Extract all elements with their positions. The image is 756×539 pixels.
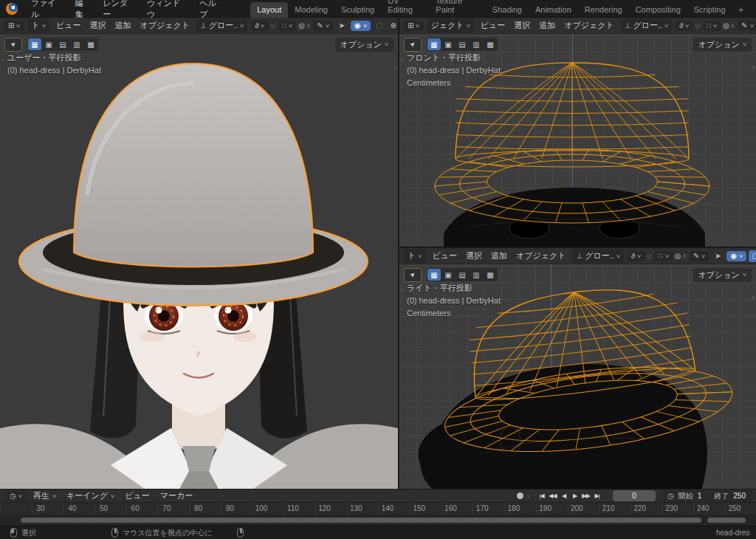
- viewport-menu-0[interactable]: ビュー: [427, 249, 461, 263]
- toolbar-expand-icon[interactable]: ›: [1, 56, 4, 63]
- annotate-dropdown[interactable]: ✎ ∨: [313, 21, 333, 31]
- toolbar-expand-icon[interactable]: ›: [401, 56, 403, 63]
- tab-8[interactable]: Compositing: [629, 2, 687, 18]
- options-dropdown[interactable]: オプション ∨: [335, 38, 394, 52]
- mode-dropdown[interactable]: ト ∨: [28, 18, 49, 32]
- viewport-user[interactable]: ⊞ ∨ ト ∨ ビュー選択追加オブジェクト ⊥ グロー.. ∨ ∂ ∨ ∪ ∷ …: [0, 18, 398, 489]
- proportional-edit-icon[interactable]: ◎: [675, 250, 681, 262]
- viewport-menu-3[interactable]: オブジェクト: [560, 18, 619, 32]
- start-frame-field[interactable]: ◷ 開始 1: [662, 490, 707, 503]
- editor-type-button[interactable]: ⊞ ∨: [4, 21, 24, 31]
- proportional-edit-icon[interactable]: ◎: [723, 20, 729, 32]
- blender-logo-icon[interactable]: [6, 3, 18, 15]
- xray-icon[interactable]: ▢: [373, 20, 386, 32]
- tab-0[interactable]: Layout: [250, 2, 288, 18]
- magnet-icon[interactable]: ∪: [647, 250, 652, 262]
- magnet-icon[interactable]: ∪: [271, 20, 276, 32]
- tab-9[interactable]: Scripting: [687, 2, 732, 18]
- transport-button-3[interactable]: ▶: [569, 492, 580, 499]
- select-mode-2[interactable]: ▤: [456, 269, 469, 281]
- current-frame-field[interactable]: 0: [613, 490, 656, 501]
- falloff-icon[interactable]: ∧: [682, 250, 687, 262]
- tab-1[interactable]: Modeling: [288, 2, 334, 18]
- menu-view[interactable]: ビュー: [120, 489, 154, 503]
- sidebar-expand-icon[interactable]: ‹: [394, 63, 396, 71]
- timeline-scrollbar[interactable]: [21, 518, 701, 523]
- timeline-ruler[interactable]: 3040506070809010011012013014015016017018…: [0, 502, 756, 515]
- transform-orientation-dropdown[interactable]: ⊥ グロー.. ∨: [621, 18, 672, 32]
- snap-link-dropdown[interactable]: ∂ ∨: [628, 251, 645, 261]
- gizmo-icon[interactable]: ➤: [711, 250, 724, 262]
- sidebar-expand-icon[interactable]: ‹: [752, 294, 755, 301]
- viewport-menu-1[interactable]: 選択: [461, 249, 487, 263]
- tab-7[interactable]: Rendering: [578, 2, 629, 18]
- shading-wireframe-icon[interactable]: ⊕: [387, 20, 398, 32]
- annotate-dropdown[interactable]: ✎ ∨: [738, 21, 756, 31]
- active-tool-button[interactable]: ➤: [4, 38, 22, 52]
- viewport-right[interactable]: ト ∨ ビュー選択追加オブジェクト ⊥ グロー.. ∨ ∂ ∨ ∪ ∷ ∨ ◎: [399, 248, 756, 489]
- overlays-dropdown[interactable]: ◉ ∨: [726, 251, 746, 261]
- gizmo-icon[interactable]: ➤: [335, 20, 348, 32]
- select-mode-3[interactable]: ▥: [470, 38, 483, 50]
- annotate-dropdown[interactable]: ✎ ∨: [690, 251, 709, 261]
- snap-target-dropdown[interactable]: ∷ ∨: [703, 21, 721, 31]
- editor-type-button[interactable]: ⊞ ∨: [404, 21, 424, 31]
- transport-button-1[interactable]: ◀◀: [547, 492, 558, 499]
- tab-4[interactable]: Texture Paint: [429, 0, 485, 18]
- select-mode-3[interactable]: ▥: [70, 38, 83, 50]
- select-mode-0[interactable]: ▦: [427, 269, 441, 281]
- magnet-icon[interactable]: ∪: [695, 20, 700, 32]
- sidebar-expand-icon[interactable]: ‹: [752, 63, 755, 71]
- viewport-menu-3[interactable]: オブジェクト: [135, 18, 194, 32]
- select-mode-3[interactable]: ▥: [470, 269, 483, 281]
- select-mode-1[interactable]: ▣: [441, 38, 455, 50]
- transport-button-5[interactable]: ▶|: [591, 492, 602, 499]
- options-dropdown[interactable]: オプション ∨: [693, 268, 752, 282]
- timeline-editor-button[interactable]: ◷ ∨: [6, 491, 26, 501]
- select-mode-1[interactable]: ▣: [441, 269, 455, 281]
- overlays-dropdown[interactable]: ◉ ∨: [351, 21, 371, 31]
- select-mode-0[interactable]: ▦: [427, 38, 441, 50]
- menu-keying[interactable]: キーイング ∨: [62, 489, 119, 503]
- falloff-icon[interactable]: ∧: [306, 20, 311, 32]
- snap-link-dropdown[interactable]: ∂ ∨: [251, 21, 268, 31]
- viewport-menu-1[interactable]: 選択: [85, 18, 110, 32]
- tab-3[interactable]: UV Editing: [381, 0, 429, 18]
- end-frame-field[interactable]: 終了 250: [708, 490, 752, 503]
- viewport-menu-2[interactable]: 追加: [487, 249, 512, 263]
- viewport-menu-0[interactable]: ビュー: [52, 18, 86, 32]
- select-mode-4[interactable]: ▩: [484, 269, 497, 281]
- viewport-menu-2[interactable]: 追加: [110, 18, 135, 32]
- tab-2[interactable]: Sculpting: [334, 2, 381, 18]
- snap-link-dropdown[interactable]: ∂ ∨: [676, 21, 693, 31]
- select-mode-1[interactable]: ▣: [42, 38, 55, 50]
- viewport-menu-2[interactable]: 追加: [535, 18, 560, 32]
- tab-6[interactable]: Animation: [529, 2, 578, 18]
- select-mode-0[interactable]: ▦: [28, 38, 41, 50]
- snap-target-dropdown[interactable]: ∷ ∨: [278, 21, 297, 31]
- toolbar-expand-icon[interactable]: ›: [401, 286, 403, 294]
- auto-keying-record-button[interactable]: [517, 492, 523, 499]
- tab-5[interactable]: Shading: [486, 2, 529, 18]
- active-tool-button[interactable]: ➤: [404, 38, 422, 52]
- transform-orientation-dropdown[interactable]: ⊥ グロー.. ∨: [572, 249, 623, 263]
- transform-orientation-dropdown[interactable]: ⊥ グロー.. ∨: [196, 18, 247, 32]
- select-mode-4[interactable]: ▩: [484, 38, 497, 50]
- active-tool-button[interactable]: ➤: [404, 268, 422, 282]
- menu-marker[interactable]: マーカー: [156, 489, 198, 503]
- timeline-scrollbar-end[interactable]: [707, 518, 746, 523]
- viewport-menu-0[interactable]: ビュー: [476, 18, 510, 32]
- transport-button-2[interactable]: ◀: [558, 492, 569, 499]
- options-dropdown[interactable]: オプション ∨: [693, 38, 752, 52]
- mode-dropdown[interactable]: ト ∨: [404, 249, 425, 263]
- mode-dropdown[interactable]: ジェクト ∨: [427, 18, 474, 32]
- viewport-front[interactable]: ⊞ ∨ ジェクト ∨ ビュー選択追加オブジェクト ⊥ グロー.. ∨ ∂ ∨ ∪: [399, 18, 756, 247]
- select-mode-2[interactable]: ▤: [56, 38, 69, 50]
- viewport-menu-1[interactable]: 選択: [509, 18, 535, 32]
- viewport-menu-3[interactable]: オブジェクト: [512, 249, 571, 263]
- xray-icon[interactable]: ▢: [749, 250, 756, 262]
- menu-playback[interactable]: 再生 ∨: [29, 489, 61, 503]
- falloff-icon[interactable]: ∧: [730, 20, 735, 32]
- snap-target-dropdown[interactable]: ∷ ∨: [654, 251, 673, 261]
- select-mode-4[interactable]: ▩: [84, 38, 97, 50]
